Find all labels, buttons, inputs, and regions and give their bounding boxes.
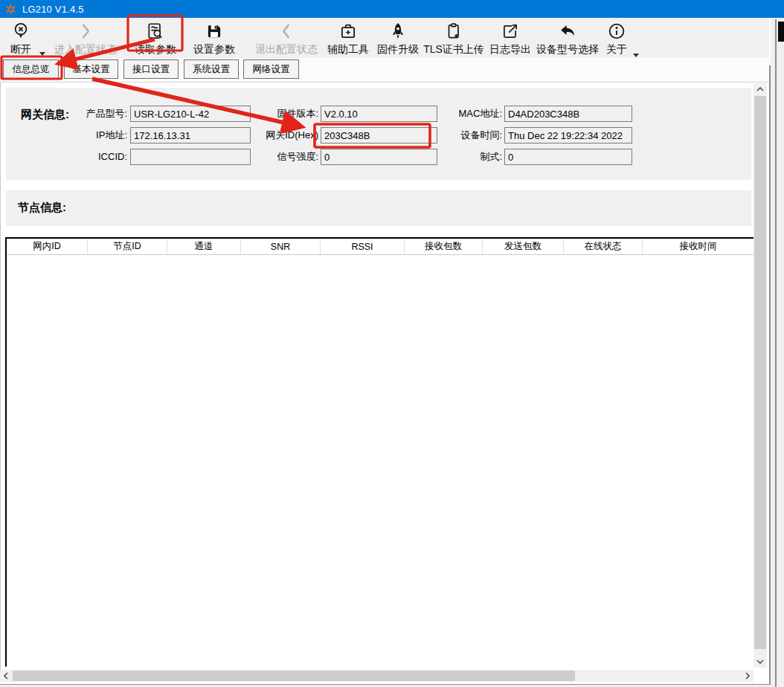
toolbar-label: 进入配置状态 [54,42,117,56]
chevron-right-icon [76,20,95,42]
tab-system-settings[interactable]: 系统设置 [184,59,239,79]
save-icon [205,20,224,42]
tls-cert-upload-button[interactable]: TLS证书上传 [425,20,483,56]
node-table-header: 网内ID 节点ID 通道 SNR RSSI 接收包数 发送包数 在线状态 接收时… [7,239,754,255]
read-params-icon [146,20,165,42]
scroll-left-button[interactable] [0,670,12,682]
scroll-up-button[interactable] [754,83,767,95]
column-header-rx-time[interactable]: 接收时间 [643,239,754,254]
about-dropdown-caret[interactable] [633,54,639,57]
tab-bar: 信息总览 基本设置 接口设置 系统设置 网络设置 [0,58,769,82]
toolbar-label: 辅助工具 [327,42,369,56]
clipboard-upload-icon [444,20,463,42]
node-table-body [7,255,754,667]
scroll-down-button[interactable] [754,656,767,668]
ip-address-field[interactable] [130,127,251,143]
tab-interface-settings[interactable]: 接口设置 [123,59,179,79]
set-params-button[interactable]: 设置参数 [190,20,239,56]
mac-address-field[interactable] [504,106,632,122]
toolbar-label: 断开 [10,42,31,56]
column-header-snr[interactable]: SNR [241,239,321,254]
disconnect-pin-icon [11,20,30,42]
device-time-label: 设备时间: [417,127,502,143]
enter-config-button: 进入配置状态 [49,20,122,56]
disconnect-dropdown-caret[interactable] [39,52,45,56]
column-header-online-status[interactable]: 在线状态 [564,239,643,254]
tab-basic-settings[interactable]: 基本设置 [64,59,118,79]
title-bar: LG210 V1.4.5 [0,0,784,18]
horizontal-scrollbar-thumb[interactable] [13,671,575,681]
background-window-sliver [771,18,784,687]
toolbar-label: 固件升级 [377,42,419,56]
column-header-rx-packets[interactable]: 接收包数 [405,239,483,254]
network-mode-field[interactable] [504,149,632,165]
vertical-scrollbar-thumb[interactable] [754,96,766,649]
background-window-border [775,19,777,687]
toolbar-label: 设置参数 [193,42,235,56]
gateway-id-label: 网关ID(Hex) [245,127,318,143]
toolbar-label: 设备型号选择 [536,42,599,56]
column-header-rssi[interactable]: RSSI [321,239,405,254]
info-icon [607,20,626,42]
toolbar-label: 日志导出 [489,42,531,56]
firmware-upgrade-button[interactable]: 固件升级 [376,20,420,56]
chevron-left-icon [277,20,296,42]
back-arrow-icon [558,20,577,42]
about-button[interactable]: 关于 [606,20,627,56]
tab-label: 系统设置 [193,63,230,76]
app-logo-icon [5,4,16,15]
device-model-select-button[interactable]: 设备型号选择 [536,20,599,56]
column-header-tx-packets[interactable]: 发送包数 [483,239,564,254]
toolbar-label: 读取参数 [135,42,176,56]
toolbar-label: 退出配置状态 [255,42,318,56]
device-time-field[interactable] [504,127,632,143]
product-model-label: 产品型号: [15,106,127,122]
log-export-button[interactable]: 日志导出 [488,20,533,56]
network-mode-label: 制式: [417,149,502,165]
tab-label: 基本设置 [73,63,110,76]
horizontal-scrollbar[interactable] [0,670,754,682]
background-window-fragment [778,22,784,42]
aux-tools-button[interactable]: 辅助工具 [326,20,370,56]
iccid-field[interactable] [130,149,251,165]
node-info-panel [6,190,751,226]
tab-label: 网络设置 [253,63,290,76]
exit-config-button: 退出配置状态 [250,20,323,56]
node-table: 网内ID 节点ID 通道 SNR RSSI 接收包数 发送包数 在线状态 接收时… [5,237,754,667]
window-right-border [769,65,771,684]
window-title: LG210 V1.4.5 [22,4,84,15]
tab-label: 信息总览 [13,63,50,76]
firmware-version-label: 固件版本: [245,106,318,122]
mac-address-label: MAC地址: [417,106,502,122]
tab-label: 接口设置 [132,63,170,76]
toolbox-icon [338,20,358,42]
export-icon [501,20,520,42]
product-model-field[interactable] [130,106,251,122]
vertical-scrollbar[interactable] [754,83,767,668]
column-header-node-id[interactable]: 节点ID [88,239,167,254]
iccid-label: ICCID: [15,149,127,165]
tab-overview[interactable]: 信息总览 [3,59,59,79]
toolbar: 断开 进入配置状态 读取参数 [0,18,769,58]
ip-address-label: IP地址: [15,127,127,143]
toolbar-label: TLS证书上传 [423,42,484,56]
toolbar-label: 关于 [606,42,627,56]
read-params-button[interactable]: 读取参数 [131,20,180,56]
column-header-channel[interactable]: 通道 [167,239,241,254]
node-info-title: 节点信息: [18,201,66,215]
signal-strength-label: 信号强度: [245,149,318,165]
scroll-right-button[interactable] [742,670,754,682]
disconnect-button[interactable]: 断开 [4,20,37,56]
rocket-icon [388,20,408,42]
tab-network-settings[interactable]: 网络设置 [243,59,299,79]
column-header-net-id[interactable]: 网内ID [7,239,88,254]
